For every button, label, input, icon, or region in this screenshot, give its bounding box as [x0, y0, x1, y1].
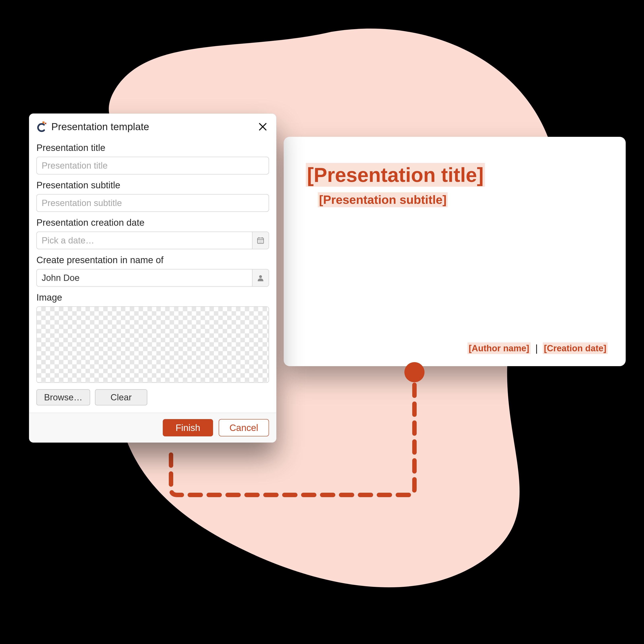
subtitle-input[interactable]: [36, 194, 269, 212]
slide-author-text: Author name: [472, 343, 526, 353]
browse-button[interactable]: Browse…: [36, 389, 90, 405]
slide-subtitle-text: Presentation subtitle: [323, 193, 442, 206]
slide-subtitle-placeholder: [Presentation subtitle]: [318, 192, 448, 207]
svg-point-7: [259, 241, 259, 241]
svg-point-10: [259, 242, 259, 243]
dialog-title: Presentation template: [51, 121, 253, 133]
slide-author-placeholder: [Author name]: [468, 342, 531, 354]
slide-footer: [Author name] | [Creation date]: [468, 342, 608, 354]
dialog-header: Presentation template: [29, 114, 276, 139]
calendar-icon: [257, 236, 265, 244]
image-dropzone[interactable]: [36, 306, 269, 383]
close-button[interactable]: [257, 121, 268, 132]
dialog-body: Presentation title Presentation subtitle…: [29, 139, 276, 413]
subtitle-label: Presentation subtitle: [36, 180, 269, 191]
slide-footer-separator: |: [535, 342, 538, 354]
slide-date-text: Creation date: [547, 343, 603, 353]
svg-rect-2: [45, 123, 46, 124]
title-input[interactable]: [36, 157, 269, 174]
svg-point-13: [259, 275, 262, 278]
clear-button[interactable]: Clear: [95, 389, 147, 405]
svg-point-8: [260, 241, 261, 241]
app-logo-icon: [36, 122, 47, 132]
date-picker-button[interactable]: [252, 232, 269, 249]
finish-button[interactable]: Finish: [163, 419, 213, 436]
slide-title-text: Presentation title: [314, 164, 477, 186]
dialog-footer: Finish Cancel: [29, 413, 276, 442]
author-label: Create presentation in name of: [36, 255, 269, 265]
slide-preview: [Presentation title] [Presentation subti…: [284, 137, 626, 366]
svg-point-12: [262, 242, 262, 243]
author-picker-button[interactable]: [252, 269, 269, 286]
presentation-template-dialog: Presentation template Presentation title…: [29, 113, 276, 443]
date-field: [36, 232, 269, 249]
svg-point-9: [262, 241, 262, 241]
person-icon: [257, 274, 264, 282]
svg-rect-1: [42, 122, 44, 124]
date-input[interactable]: [37, 232, 252, 249]
title-label: Presentation title: [36, 142, 269, 153]
author-input[interactable]: [37, 269, 252, 286]
close-icon: [258, 122, 267, 131]
svg-point-11: [260, 242, 261, 243]
slide-date-placeholder: [Creation date]: [543, 342, 608, 354]
author-field: [36, 269, 269, 287]
date-label: Presentation creation date: [36, 217, 269, 228]
image-label: Image: [36, 292, 269, 303]
cancel-button[interactable]: Cancel: [219, 419, 269, 436]
slide-title-placeholder: [Presentation title]: [306, 163, 485, 187]
